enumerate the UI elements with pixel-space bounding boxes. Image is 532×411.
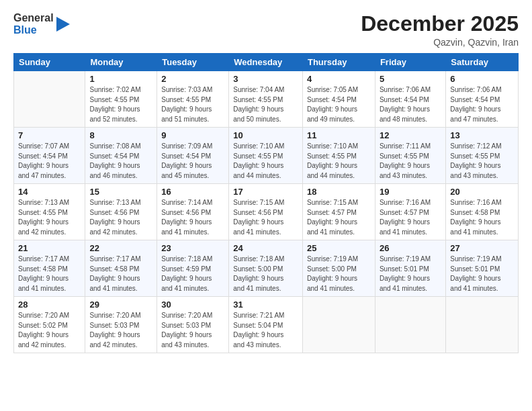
day-number: 26 xyxy=(380,243,441,253)
table-row: 22Sunrise: 7:17 AMSunset: 4:58 PMDayligh… xyxy=(85,240,157,297)
day-info: Sunrise: 7:08 AMSunset: 4:54 PMDaylight:… xyxy=(89,142,152,181)
day-info: Sunrise: 7:05 AMSunset: 4:54 PMDaylight:… xyxy=(307,85,371,124)
day-info: Sunrise: 7:10 AMSunset: 4:55 PMDaylight:… xyxy=(307,142,371,181)
day-number: 4 xyxy=(307,74,371,84)
day-number: 6 xyxy=(450,74,514,84)
calendar-week-row: 21Sunrise: 7:17 AMSunset: 4:58 PMDayligh… xyxy=(14,240,519,297)
table-row: 17Sunrise: 7:15 AMSunset: 4:56 PMDayligh… xyxy=(229,184,303,240)
calendar-table: Sunday Monday Tuesday Wednesday Thursday… xyxy=(13,53,519,353)
table-row: 29Sunrise: 7:20 AMSunset: 5:03 PMDayligh… xyxy=(85,297,157,353)
logo-arrow-icon xyxy=(56,14,71,34)
table-row: 3Sunrise: 7:04 AMSunset: 4:55 PMDaylight… xyxy=(229,71,303,128)
title-block: December 2025 Qazvin, Qazvin, Iran xyxy=(361,12,519,48)
table-row: 9Sunrise: 7:09 AMSunset: 4:54 PMDaylight… xyxy=(157,128,229,184)
day-info: Sunrise: 7:09 AMSunset: 4:54 PMDaylight:… xyxy=(161,142,224,181)
day-number: 11 xyxy=(307,130,371,140)
day-number: 30 xyxy=(161,300,224,310)
day-info: Sunrise: 7:16 AMSunset: 4:57 PMDaylight:… xyxy=(380,198,441,237)
table-row: 7Sunrise: 7:07 AMSunset: 4:54 PMDaylight… xyxy=(14,128,85,184)
table-row xyxy=(375,297,445,353)
table-row: 18Sunrise: 7:15 AMSunset: 4:57 PMDayligh… xyxy=(302,184,375,240)
table-row: 2Sunrise: 7:03 AMSunset: 4:55 PMDaylight… xyxy=(157,71,229,128)
table-row: 4Sunrise: 7:05 AMSunset: 4:54 PMDaylight… xyxy=(302,71,375,128)
calendar-week-row: 14Sunrise: 7:13 AMSunset: 4:55 PMDayligh… xyxy=(14,184,519,240)
day-info: Sunrise: 7:16 AMSunset: 4:58 PMDaylight:… xyxy=(450,198,514,237)
day-number: 23 xyxy=(161,243,224,253)
col-monday: Monday xyxy=(85,54,157,71)
day-number: 12 xyxy=(380,130,441,140)
day-number: 10 xyxy=(233,130,298,140)
calendar-week-row: 1Sunrise: 7:02 AMSunset: 4:55 PMDaylight… xyxy=(14,71,519,128)
day-number: 28 xyxy=(18,300,81,310)
table-row: 15Sunrise: 7:13 AMSunset: 4:56 PMDayligh… xyxy=(85,184,157,240)
table-row: 1Sunrise: 7:02 AMSunset: 4:55 PMDaylight… xyxy=(85,71,157,128)
day-number: 15 xyxy=(89,187,152,197)
day-info: Sunrise: 7:17 AMSunset: 4:58 PMDaylight:… xyxy=(18,255,81,293)
day-number: 25 xyxy=(307,243,371,253)
day-number: 7 xyxy=(18,130,81,140)
day-info: Sunrise: 7:18 AMSunset: 5:00 PMDaylight:… xyxy=(233,255,298,293)
calendar-week-row: 28Sunrise: 7:20 AMSunset: 5:02 PMDayligh… xyxy=(14,297,519,353)
table-row: 12Sunrise: 7:11 AMSunset: 4:55 PMDayligh… xyxy=(375,128,445,184)
col-saturday: Saturday xyxy=(446,54,519,71)
day-number: 22 xyxy=(89,243,152,253)
col-wednesday: Wednesday xyxy=(229,54,303,71)
calendar-header-row: Sunday Monday Tuesday Wednesday Thursday… xyxy=(14,54,519,71)
location-subtitle: Qazvin, Qazvin, Iran xyxy=(361,37,519,48)
table-row: 19Sunrise: 7:16 AMSunset: 4:57 PMDayligh… xyxy=(375,184,445,240)
day-number: 2 xyxy=(161,74,224,84)
day-info: Sunrise: 7:19 AMSunset: 5:00 PMDaylight:… xyxy=(307,255,371,293)
day-number: 1 xyxy=(89,74,152,84)
day-number: 9 xyxy=(161,130,224,140)
day-number: 31 xyxy=(233,300,298,310)
day-number: 20 xyxy=(450,187,514,197)
day-info: Sunrise: 7:06 AMSunset: 4:54 PMDaylight:… xyxy=(450,85,514,124)
calendar-week-row: 7Sunrise: 7:07 AMSunset: 4:54 PMDaylight… xyxy=(14,128,519,184)
page: General Blue December 2025 Qazvin, Qazvi… xyxy=(0,0,532,411)
table-row: 8Sunrise: 7:08 AMSunset: 4:54 PMDaylight… xyxy=(85,128,157,184)
day-info: Sunrise: 7:15 AMSunset: 4:57 PMDaylight:… xyxy=(307,198,371,237)
logo: General Blue xyxy=(13,12,71,37)
col-friday: Friday xyxy=(375,54,445,71)
col-tuesday: Tuesday xyxy=(157,54,229,71)
day-number: 8 xyxy=(89,130,152,140)
day-info: Sunrise: 7:06 AMSunset: 4:54 PMDaylight:… xyxy=(380,85,441,124)
day-info: Sunrise: 7:03 AMSunset: 4:55 PMDaylight:… xyxy=(161,85,224,124)
svg-marker-0 xyxy=(56,17,70,32)
day-info: Sunrise: 7:10 AMSunset: 4:55 PMDaylight:… xyxy=(233,142,298,181)
table-row: 28Sunrise: 7:20 AMSunset: 5:02 PMDayligh… xyxy=(14,297,85,353)
day-info: Sunrise: 7:13 AMSunset: 4:55 PMDaylight:… xyxy=(18,198,81,237)
day-number: 3 xyxy=(233,74,298,84)
day-info: Sunrise: 7:07 AMSunset: 4:54 PMDaylight:… xyxy=(18,142,81,181)
header: General Blue December 2025 Qazvin, Qazvi… xyxy=(13,12,519,48)
table-row: 24Sunrise: 7:18 AMSunset: 5:00 PMDayligh… xyxy=(229,240,303,297)
day-number: 5 xyxy=(380,74,441,84)
col-sunday: Sunday xyxy=(14,54,85,71)
table-row: 23Sunrise: 7:18 AMSunset: 4:59 PMDayligh… xyxy=(157,240,229,297)
day-number: 18 xyxy=(307,187,371,197)
day-info: Sunrise: 7:02 AMSunset: 4:55 PMDaylight:… xyxy=(89,85,152,124)
table-row: 10Sunrise: 7:10 AMSunset: 4:55 PMDayligh… xyxy=(229,128,303,184)
day-info: Sunrise: 7:11 AMSunset: 4:55 PMDaylight:… xyxy=(380,142,441,181)
day-info: Sunrise: 7:13 AMSunset: 4:56 PMDaylight:… xyxy=(89,198,152,237)
day-info: Sunrise: 7:04 AMSunset: 4:55 PMDaylight:… xyxy=(233,85,298,124)
day-info: Sunrise: 7:14 AMSunset: 4:56 PMDaylight:… xyxy=(161,198,224,237)
day-info: Sunrise: 7:21 AMSunset: 5:04 PMDaylight:… xyxy=(233,311,298,350)
table-row: 26Sunrise: 7:19 AMSunset: 5:01 PMDayligh… xyxy=(375,240,445,297)
table-row: 30Sunrise: 7:20 AMSunset: 5:03 PMDayligh… xyxy=(157,297,229,353)
table-row: 13Sunrise: 7:12 AMSunset: 4:55 PMDayligh… xyxy=(446,128,519,184)
table-row: 21Sunrise: 7:17 AMSunset: 4:58 PMDayligh… xyxy=(14,240,85,297)
day-number: 24 xyxy=(233,243,298,253)
day-info: Sunrise: 7:20 AMSunset: 5:03 PMDaylight:… xyxy=(161,311,224,350)
table-row: 25Sunrise: 7:19 AMSunset: 5:00 PMDayligh… xyxy=(302,240,375,297)
day-info: Sunrise: 7:19 AMSunset: 5:01 PMDaylight:… xyxy=(450,255,514,293)
table-row: 14Sunrise: 7:13 AMSunset: 4:55 PMDayligh… xyxy=(14,184,85,240)
day-info: Sunrise: 7:17 AMSunset: 4:58 PMDaylight:… xyxy=(89,255,152,293)
month-title: December 2025 xyxy=(361,12,519,36)
table-row: 31Sunrise: 7:21 AMSunset: 5:04 PMDayligh… xyxy=(229,297,303,353)
table-row: 5Sunrise: 7:06 AMSunset: 4:54 PMDaylight… xyxy=(375,71,445,128)
day-info: Sunrise: 7:12 AMSunset: 4:55 PMDaylight:… xyxy=(450,142,514,181)
day-number: 14 xyxy=(18,187,81,197)
table-row: 16Sunrise: 7:14 AMSunset: 4:56 PMDayligh… xyxy=(157,184,229,240)
day-number: 17 xyxy=(233,187,298,197)
